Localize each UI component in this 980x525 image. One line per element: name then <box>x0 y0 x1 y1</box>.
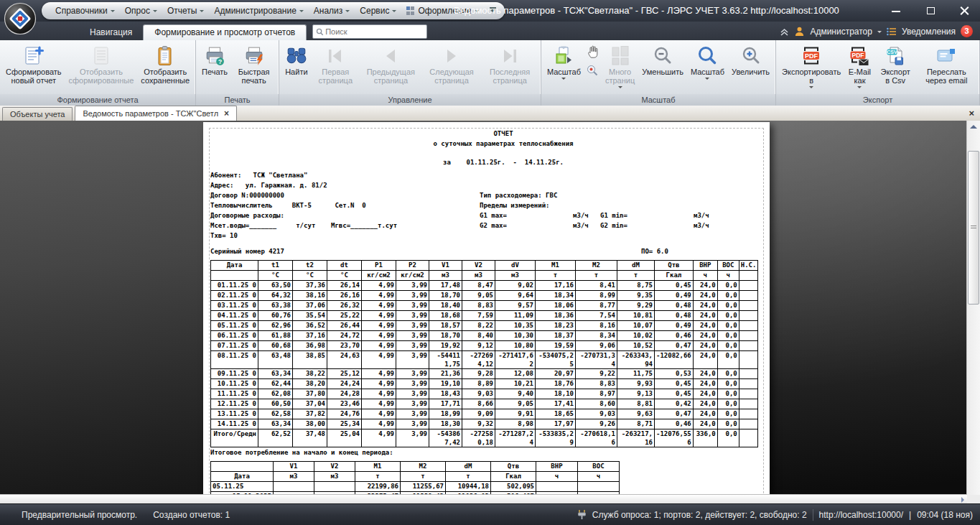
current-user[interactable]: Администратор <box>810 27 872 37</box>
menu-analiz[interactable]: Анализ <box>309 6 355 16</box>
tab-report-view[interactable]: Формирование и просмотр отчетов <box>143 24 307 40</box>
show-saved-button[interactable]: Отобразить сохраненные <box>137 42 193 94</box>
status-right: Служб опроса: 1; портов: 2, действует: 2… <box>577 509 980 521</box>
zoom-out-button[interactable]: Уменьшить <box>638 42 687 94</box>
print-button[interactable]: ?Печать <box>198 42 231 94</box>
menu-administrirovanie[interactable]: Администрирование <box>209 6 308 16</box>
ribbon-button-label: Экспортировать в <box>782 68 841 85</box>
cell: 9,35 <box>617 291 655 301</box>
find-button[interactable]: Найти <box>281 42 311 94</box>
app-logo-icon[interactable] <box>4 2 37 35</box>
chevron-down-icon <box>200 10 204 14</box>
search-box[interactable] <box>312 24 427 39</box>
table-row: 07.11.25 060,6836,9823,704,993,9919,929,… <box>211 341 758 351</box>
vertical-scrollbar[interactable] <box>966 121 980 504</box>
scroll-right-icon[interactable] <box>961 497 964 503</box>
cell: 9,22 <box>576 369 617 379</box>
cell <box>739 301 758 311</box>
zoom-level-button[interactable]: Масштаб <box>687 42 728 94</box>
email-pdf-button[interactable]: PDFE-Mail как <box>844 42 875 94</box>
cell: 38,22 <box>293 369 327 379</box>
cell: 38,85 <box>293 351 327 369</box>
cell: 9,28 <box>462 369 495 379</box>
cell: 4,99 <box>362 409 396 419</box>
cell: 19,92 <box>429 341 462 351</box>
notifications-badge[interactable]: 3 <box>961 25 973 37</box>
menu-spravochniki[interactable]: Справочники <box>50 6 120 16</box>
header-row: Датаt1t2dtP1P2V1V2dVM1M2dMQтвВНРВОСН.С. <box>211 261 758 271</box>
menu-label: Опрос <box>125 6 150 16</box>
notifications-label[interactable]: Уведомления <box>902 27 956 37</box>
first-page-button[interactable]: Первая страница <box>312 42 360 94</box>
divider <box>813 509 813 521</box>
export-pdf-button[interactable]: PDFЭкспортировать в <box>778 42 844 94</box>
restore-button[interactable] <box>925 6 935 16</box>
cell: Итого/Средн <box>211 429 258 447</box>
cell: 4,99 <box>362 301 396 311</box>
quick-print-button[interactable]: Быстрая печать <box>231 42 276 94</box>
scrollbar-thumb[interactable] <box>968 151 979 305</box>
horizontal-scrollbar[interactable] <box>0 494 967 504</box>
ribbon-button-label: Быстрая печать <box>235 68 273 85</box>
cell <box>739 379 758 389</box>
cell: 11.11.25 0 <box>211 389 258 399</box>
doctab-objects[interactable]: Объекты учета <box>2 107 73 121</box>
menu-otchety[interactable]: Отчеты <box>162 6 209 16</box>
search-input[interactable] <box>324 27 413 37</box>
zoom-out-icon <box>652 44 673 68</box>
close-tab-icon[interactable]: × <box>224 109 229 118</box>
next-page-button[interactable]: Следующая страница <box>422 42 482 94</box>
user-icon <box>794 26 805 37</box>
titlebar: Справочники Опрос Отчеты Администрирован… <box>0 0 980 22</box>
cell: -12076,556 <box>655 429 694 447</box>
cell: 20,97 <box>536 369 576 379</box>
close-document-icon[interactable]: × <box>969 108 974 119</box>
cell: 8,77 <box>576 301 617 311</box>
forward-email-button[interactable]: Переслать через email <box>916 42 977 94</box>
multi-page-button[interactable]: Много страниц <box>602 42 638 94</box>
menu-servis[interactable]: Сервис <box>355 6 401 16</box>
cell: -263343,94 <box>617 351 655 369</box>
close-button[interactable] <box>960 6 970 16</box>
svg-text:PDF: PDF <box>852 51 864 58</box>
cell: 25,34 <box>327 419 362 429</box>
cell: 9,06 <box>576 341 617 351</box>
last-page-button[interactable]: Последняя страница <box>481 42 538 94</box>
hand-button[interactable] <box>586 45 600 58</box>
svg-text:PDF: PDF <box>805 52 818 59</box>
ribbon-group: PDFЭкспортировать вPDFE-Mail какCSVЭкспо… <box>776 40 980 106</box>
next-page-icon <box>442 44 461 68</box>
show-generated-button[interactable]: Отобразить сформированные <box>65 42 138 94</box>
cell: 0,45 <box>655 281 694 291</box>
cell: 18,70 <box>429 291 462 301</box>
table-row: 05.11.25 062,9636,5226,444,993,9918,578,… <box>211 321 758 331</box>
ribbon-button-label: Переслать через email <box>920 68 974 85</box>
minimize-button[interactable] <box>891 6 901 16</box>
tab-navigation[interactable]: Навигация <box>79 25 143 40</box>
prev-page-button[interactable]: Предыдущая страница <box>360 42 422 94</box>
new-report-button[interactable]: Сформировать новый отчет <box>2 42 65 94</box>
cell: 26,44 <box>327 321 362 331</box>
zoom-select-button[interactable] <box>586 64 600 77</box>
ribbon-button-label: E-Mail как <box>848 68 872 85</box>
cell: 62,08 <box>258 389 293 399</box>
zoom-in-button[interactable]: Увеличить <box>728 42 773 94</box>
cell: 24,0 <box>693 331 717 341</box>
menu-opros[interactable]: Опрос <box>120 6 162 16</box>
header-cell: M2 <box>401 462 446 472</box>
cell: 0,0 <box>717 291 739 301</box>
cell: 0,46 <box>655 331 694 341</box>
cell <box>739 351 758 369</box>
collapse-ribbon-icon[interactable] <box>780 27 789 36</box>
cell: 18,43 <box>429 389 462 399</box>
export-csv-button[interactable]: CSVЭкспорт в Csv <box>875 42 916 94</box>
zoom-page-icon <box>553 44 574 68</box>
doctab-report[interactable]: Ведомость параметров - ТСЖ"Светл× <box>75 106 237 121</box>
cell: 8,71 <box>617 419 655 429</box>
cell <box>739 429 758 447</box>
cell: 0,48 <box>655 311 694 321</box>
scroll-up-icon[interactable] <box>970 125 977 129</box>
table-row: 13.11.25 062,5837,8224,764,993,9918,999,… <box>211 409 758 419</box>
table-row: 09.11.25 063,3438,2225,124,993,9921,369,… <box>211 369 758 379</box>
zoom-page-button[interactable]: Масштаб <box>543 42 584 94</box>
